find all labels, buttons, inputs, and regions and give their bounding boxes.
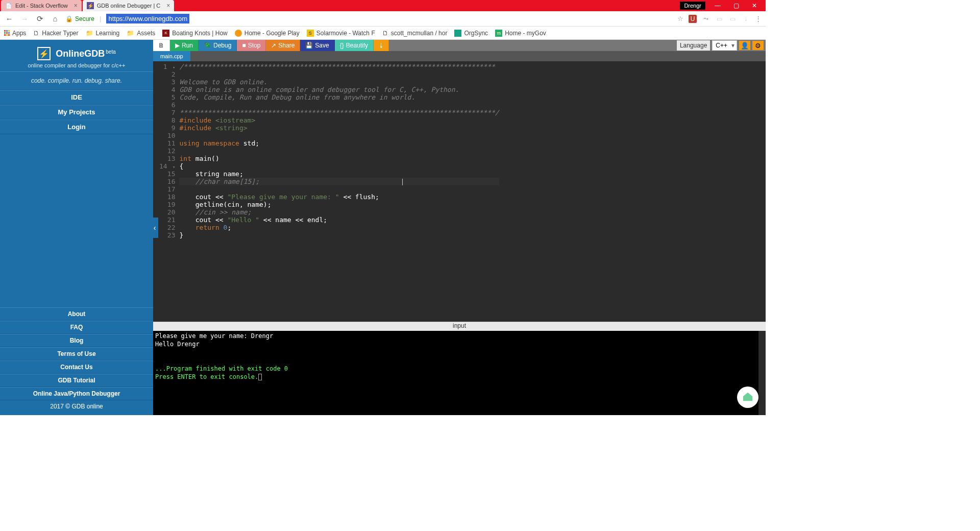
reload-button[interactable]: ⟳ [35, 14, 45, 23]
bookmark-item[interactable]: 🗋scott_mcmullan / hor [382, 30, 448, 37]
sidebar-link-terms[interactable]: Terms of Use [0, 347, 153, 360]
forward-button[interactable]: → [19, 14, 30, 23]
url-field[interactable]: https://www.onlinegdb.com [106, 14, 189, 23]
sidebar-item-login[interactable]: Login [0, 119, 153, 134]
chat-icon [742, 392, 753, 403]
sidebar-collapse-handle[interactable]: ‹ [151, 218, 158, 238]
secure-indicator[interactable]: 🔒 Secure [65, 15, 94, 22]
extension-icon[interactable]: U [689, 15, 697, 23]
save-button[interactable]: 💾Save [300, 40, 334, 51]
save-icon: 💾 [305, 42, 313, 49]
favicon: 🗋 [382, 30, 388, 37]
browser-tabs: 📄 Edit - Stack Overflow × ⚡ GDB online D… [0, 0, 174, 11]
sidebar-link-about[interactable]: About [0, 307, 153, 321]
beautify-button[interactable]: {}Beautify [335, 40, 374, 51]
logo-area: ⚡ OnlineGDBbeta online compiler and debu… [0, 40, 153, 71]
code-content[interactable]: /***************************************… [179, 61, 499, 322]
gear-icon[interactable]: ⚙ [752, 41, 764, 50]
bookmark-folder[interactable]: 📁Assets [127, 30, 155, 37]
apps-button[interactable]: Apps [4, 30, 26, 37]
folder-icon: 📁 [86, 30, 93, 37]
favicon: m [495, 30, 502, 37]
scrollbar[interactable] [758, 331, 766, 415]
sidebar-bottom: About FAQ Blog Terms of Use Contact Us G… [0, 307, 153, 415]
sidebar-link-debugger[interactable]: Online Java/Python Debugger [0, 387, 153, 400]
sidebar-link-contact[interactable]: Contact Us [0, 360, 153, 374]
code-editor[interactable]: 1 ▾234567891011121314 ▾15161718192021222… [153, 61, 766, 322]
console-cursor [258, 374, 262, 380]
stackoverflow-icon: 📄 [5, 2, 12, 9]
editor-area: 🗎 ▶Run 🪲Debug ■Stop ↗Share 💾Save {}Beaut… [153, 40, 766, 415]
maximize-button[interactable]: ▢ [730, 2, 742, 9]
sidebar-item-ide[interactable]: IDE [0, 90, 153, 105]
file-tab-main[interactable]: main.cpp [153, 51, 190, 61]
close-button[interactable]: ✕ [748, 2, 761, 9]
debug-button[interactable]: 🪲Debug [199, 40, 237, 51]
text-cursor [402, 179, 403, 185]
file-icon: 🗎 [158, 42, 164, 49]
sidebar-link-tutorial[interactable]: GDB Tutorial [0, 374, 153, 387]
bookmarks-bar: Apps 🗋Hacker Typer 📁Learning 📁Assets KBo… [0, 27, 766, 40]
extension-icon[interactable]: ▭ [728, 15, 737, 23]
run-button[interactable]: ▶Run [170, 40, 199, 51]
share-icon: ↗ [271, 42, 276, 49]
bookmark-item[interactable]: OrgSync [454, 30, 488, 37]
close-icon[interactable]: × [74, 2, 78, 9]
back-button[interactable]: ← [4, 14, 14, 23]
home-button[interactable]: ⌂ [50, 14, 60, 23]
titlebar-right: Drengr — ▢ ✕ [680, 0, 766, 11]
sidebar-link-blog[interactable]: Blog [0, 334, 153, 347]
toolbar-right: Language C++ 👤 ⚙ [677, 40, 766, 51]
favicon [235, 30, 242, 37]
folder-icon: 📁 [127, 30, 134, 37]
bookmark-item[interactable]: SSolarmovie - Watch F [307, 30, 375, 37]
close-icon[interactable]: × [166, 2, 170, 9]
play-icon: ▶ [175, 42, 180, 49]
minimize-button[interactable]: — [712, 2, 724, 9]
menu-icon[interactable]: ⋮ [755, 15, 762, 22]
stop-button[interactable]: ■Stop [237, 40, 266, 51]
file-tabs: main.cpp [153, 51, 766, 61]
share-button[interactable]: ↗Share [266, 40, 300, 51]
extension-icon[interactable]: ▭ [715, 15, 723, 23]
sidebar-link-faq[interactable]: FAQ [0, 321, 153, 334]
star-icon[interactable]: ☆ [677, 15, 683, 22]
sidebar-item-myprojects[interactable]: My Projects [0, 105, 153, 119]
language-select[interactable]: C++ [712, 40, 737, 51]
bookmark-item[interactable]: KBoating Knots | How [162, 30, 228, 37]
copyright: 2017 © GDB online [0, 400, 153, 415]
favicon [454, 30, 461, 37]
bookmark-item[interactable]: Home - Google Play [235, 30, 300, 37]
tab-title: GDB online Debugger | C [97, 3, 161, 9]
user-chip[interactable]: Drengr [680, 2, 705, 10]
url-bar: ← → ⟳ ⌂ 🔒 Secure | https://www.onlinegdb… [0, 11, 766, 27]
page-icon: 🗋 [33, 30, 39, 37]
browser-tab-onlinegdb[interactable]: ⚡ GDB online Debugger | C × [83, 0, 175, 11]
bug-icon: 🪲 [204, 42, 211, 49]
chat-bubble[interactable] [737, 387, 758, 408]
download-button[interactable]: ⭳ [374, 40, 389, 51]
extension-icon[interactable]: ↓ [742, 15, 750, 23]
toolbar: 🗎 ▶Run 🪲Debug ■Stop ↗Share 💾Save {}Beaut… [153, 40, 766, 51]
logo-icon: ⚡ [37, 47, 51, 60]
window-titlebar: 📄 Edit - Stack Overflow × ⚡ GDB online D… [0, 0, 766, 11]
brand-subtitle: online compiler and debugger for c/c++ [0, 62, 153, 68]
browser-tab-stackoverflow[interactable]: 📄 Edit - Stack Overflow × [1, 0, 82, 11]
braces-icon: {} [340, 42, 344, 49]
bookmark-folder[interactable]: 📁Learning [86, 30, 120, 37]
download-icon: ⭳ [378, 42, 384, 49]
onlinegdb-icon: ⚡ [87, 2, 94, 9]
brand-name: OnlineGDBbeta [56, 49, 115, 59]
sidebar: ⚡ OnlineGDBbeta online compiler and debu… [0, 40, 153, 415]
tab-title: Edit - Stack Overflow [15, 3, 68, 9]
extension-icon[interactable]: ⤳ [702, 15, 710, 23]
favicon: S [307, 30, 314, 37]
line-gutter: 1 ▾234567891011121314 ▾15161718192021222… [153, 61, 179, 322]
bookmark-item[interactable]: 🗋Hacker Typer [33, 30, 78, 37]
apps-icon [4, 30, 10, 36]
bookmark-item[interactable]: mHome - myGov [495, 30, 546, 37]
user-icon[interactable]: 👤 [739, 41, 750, 50]
new-file-button[interactable]: 🗎 [153, 40, 170, 51]
console-header[interactable]: input [153, 322, 766, 331]
console-output[interactable]: Please give me your name: Drengr Hello D… [153, 331, 766, 415]
